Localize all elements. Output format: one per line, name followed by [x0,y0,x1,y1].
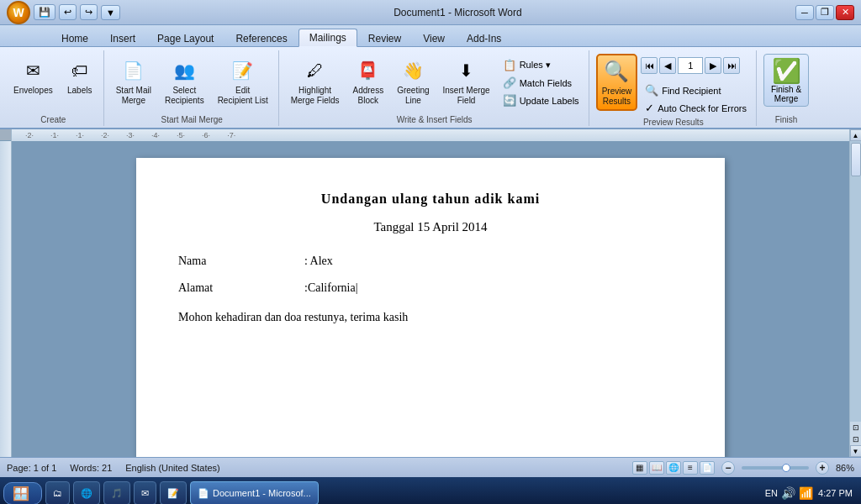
field-alamat-label: Alamat [178,281,304,295]
select-recipients-button[interactable]: 👥 SelectRecipients [160,54,209,109]
redo-quick-btn[interactable]: ↪ [80,4,98,20]
tab-insert[interactable]: Insert [99,29,146,47]
tab-home[interactable]: Home [50,29,99,47]
start-orb: 🪟 [13,486,29,501]
nav-next-button[interactable]: ▶ [705,57,721,74]
taskbar-icon-media[interactable]: 🎵 [103,481,130,504]
ribbon-group-finish: ✅ Finish &Merge Finish [758,50,814,126]
nav-current-input[interactable] [678,57,703,74]
finish-merge-button[interactable]: ✅ Finish &Merge [763,54,809,107]
auto-check-errors-button[interactable]: ✓ Auto Check for Errors [641,100,751,116]
nav-prev-button[interactable]: ◀ [659,57,676,74]
vertical-scrollbar[interactable]: ▲ ⊡ ⊡ ▼ [849,129,861,457]
tab-page-layout[interactable]: Page Layout [146,29,224,47]
auto-check-errors-icon: ✓ [645,102,654,114]
view-draft[interactable]: 📄 [700,461,715,475]
finish-group-label: Finish [775,113,798,126]
scroll-track[interactable] [850,141,861,422]
view-print-layout[interactable]: ▦ [632,461,647,475]
preview-results-label: PreviewResults [602,87,632,107]
view-outline[interactable]: ≡ [683,461,698,475]
taskbar-icon-browser[interactable]: 🌐 [73,481,100,504]
write-insert-group-label: Write & Insert Fields [397,113,473,126]
title-bar: W 💾 ↩ ↪ ▼ Document1 - Microsoft Word ─ ❐… [0,0,861,25]
view-full-reading[interactable]: 📖 [649,461,664,475]
doc-scroll-area[interactable]: ·2··1··1··2··3··4··5··6··7· Undangan ula… [12,129,849,457]
quick-access-dropdown[interactable]: ▼ [101,5,120,20]
tab-references[interactable]: References [224,29,298,47]
scroll-down-button[interactable]: ▼ [850,445,862,457]
finish-merge-label: Finish &Merge [771,85,801,103]
office-button[interactable]: W [7,1,30,24]
find-recipient-button[interactable]: 🔍 Find Recipient [641,82,751,98]
nav-first-button[interactable]: ⏮ [641,57,658,74]
preview-results-content: 🔍 PreviewResults ⏮ ◀ ▶ ⏭ 🔍 Find Recipien… [596,50,751,116]
tab-add-ins[interactable]: Add-Ins [456,29,512,47]
greeting-line-button[interactable]: 👋 GreetingLine [392,54,434,109]
ribbon: ✉ Envelopes 🏷 Labels Create 📄 Start Mail… [0,47,861,129]
update-labels-button[interactable]: 🔄 Update Labels [499,92,584,108]
finish-content: ✅ Finish &Merge [763,50,809,113]
ribbon-group-write-insert: 🖊 HighlightMerge Fields 📮 AddressBlock 👋… [281,50,589,126]
zoom-slider[interactable] [742,466,809,470]
start-mail-merge-button[interactable]: 📄 Start MailMerge [111,54,156,109]
highlight-merge-fields-button[interactable]: 🖊 HighlightMerge Fields [286,54,345,109]
insert-merge-field-button[interactable]: ⬇ Insert MergeField [438,54,495,109]
taskbar-icon-word2[interactable]: 📝 [160,481,187,504]
minimize-button[interactable]: ─ [795,5,814,20]
document-area: ·2··1··1··2··3··4··5··6··7· Undangan ula… [0,129,861,457]
document-title: Undangan ulang tahun adik kami [178,192,683,207]
address-block-icon: 📮 [355,57,382,84]
undo-quick-btn[interactable]: ↩ [59,4,77,20]
labels-icon: 🏷 [66,57,93,84]
tab-mailings[interactable]: Mailings [298,29,357,47]
restore-button[interactable]: ❐ [816,5,834,20]
finish-merge-icon: ✅ [772,57,801,85]
edit-recipient-list-button[interactable]: 📝 EditRecipient List [213,54,273,109]
close-button[interactable]: ✕ [836,5,854,20]
page-info: Page: 1 of 1 [7,463,56,473]
lang-indicator[interactable]: EN [765,488,778,498]
document-closing: Mohon kehadiran dan doa restunya, terima… [178,308,683,327]
update-labels-label: Update Labels [520,96,579,106]
tab-view[interactable]: View [412,29,456,47]
labels-label: Labels [67,86,92,96]
preview-results-button[interactable]: 🔍 PreviewResults [596,54,638,111]
match-fields-button[interactable]: 🔗 Match Fields [499,75,584,91]
save-quick-btn[interactable]: 💾 [34,4,55,20]
tab-review[interactable]: Review [357,29,412,47]
ribbon-group-preview-results: 🔍 PreviewResults ⏮ ◀ ▶ ⏭ 🔍 Find Recipien… [591,50,757,126]
labels-button[interactable]: 🏷 Labels [61,54,98,99]
horizontal-ruler: ·2··1··1··2··3··4··5··6··7· [12,129,849,141]
title-bar-left: W 💾 ↩ ↪ ▼ [7,1,120,24]
sys-tray: EN 🔊 📶 [765,486,813,500]
scroll-thumb[interactable] [851,143,861,176]
field-alamat: Alamat :California| [178,281,683,295]
zoom-slider-thumb[interactable] [782,464,790,472]
find-recipient-label: Find Recipient [662,86,721,96]
document-date: Tanggal 15 April 2014 [178,220,683,234]
address-block-button[interactable]: 📮 AddressBlock [347,54,388,109]
zoom-in-button[interactable]: + [816,461,829,475]
start-mail-merge-content: 📄 Start MailMerge 👥 SelectRecipients 📝 E… [111,50,273,113]
window-title: Document1 - Microsoft Word [120,7,795,18]
rules-icon: 📋 [503,59,516,71]
view-web-layout[interactable]: 🌐 [666,461,681,475]
scroll-up-button[interactable]: ▲ [850,129,862,141]
preview-results-group-label: Preview Results [643,116,704,129]
rules-button[interactable]: 📋 Rules ▾ [499,57,584,73]
start-button[interactable]: 🪟 [3,482,42,505]
field-alamat-value: :California| [304,281,357,295]
taskbar-word-window[interactable]: 📄 Document1 - Microsof... [190,481,319,504]
nav-last-button[interactable]: ⏭ [723,57,740,74]
envelopes-button[interactable]: ✉ Envelopes [8,54,58,99]
write-insert-small-btns: 📋 Rules ▾ 🔗 Match Fields 🔄 Update Labels [499,54,584,108]
create-content: ✉ Envelopes 🏷 Labels [8,50,98,113]
taskbar-icon-explorer[interactable]: 🗂 [45,481,70,504]
select-recipients-icon: 👥 [171,57,198,84]
taskbar-icon-mail[interactable]: ✉ [134,481,156,504]
taskbar: 🪟 🗂 🌐 🎵 ✉ 📝 📄 Document1 - Microsof... EN… [0,477,861,504]
vertical-ruler [0,129,12,457]
greeting-line-icon: 👋 [399,57,426,84]
zoom-out-button[interactable]: − [721,461,735,475]
